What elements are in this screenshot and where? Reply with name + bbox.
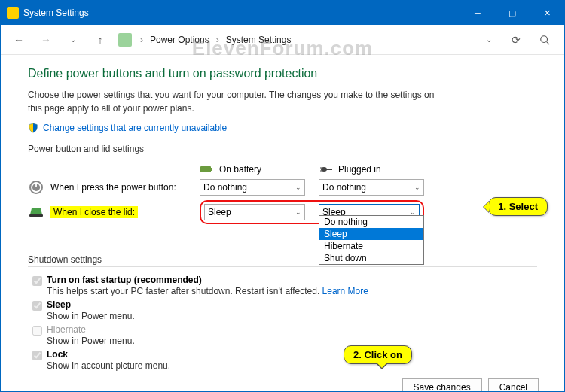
on-battery-header: On battery <box>200 164 305 175</box>
dropdown-option-shut-down[interactable]: Shut down <box>319 252 423 264</box>
plugged-in-label: Plugged in <box>338 164 381 175</box>
power-button-plugged-select[interactable]: Do nothing⌄ <box>319 179 424 196</box>
page-heading: Define power buttons and turn on passwor… <box>28 67 537 81</box>
svg-rect-2 <box>200 166 211 172</box>
chevron-down-icon: ⌄ <box>295 184 301 191</box>
power-button-icon <box>28 179 44 196</box>
laptop-lid-icon <box>28 204 44 220</box>
lock-sub: Show in account picture menu. <box>47 360 170 371</box>
recent-button[interactable]: ⌄ <box>64 31 82 49</box>
cancel-button[interactable]: Cancel <box>488 378 539 392</box>
svg-point-0 <box>541 35 548 42</box>
chevron-right-icon: › <box>138 35 145 45</box>
titlebar: System Settings ─ ▢ ✕ <box>1 1 564 25</box>
power-button-battery-select[interactable]: Do nothing⌄ <box>200 179 305 196</box>
window-title: System Settings <box>23 8 89 18</box>
admin-link-row: Change settings that are currently unava… <box>28 123 537 133</box>
fast-startup-row: Turn on fast startup (recommended) This … <box>32 275 537 296</box>
power-settings-grid: On battery Plugged in When I press the p… <box>28 164 537 224</box>
hibernate-row: HibernateShow in Power menu. <box>32 324 537 346</box>
shutdown-section-label: Shutdown settings <box>28 254 537 265</box>
plug-icon <box>319 164 334 175</box>
sleep-checkbox[interactable] <box>32 301 42 311</box>
on-battery-label: On battery <box>219 164 261 175</box>
footer-buttons: Save changes Cancel <box>1 372 564 392</box>
forward-button[interactable]: → <box>37 31 55 49</box>
dropdown-option-sleep[interactable]: Sleep <box>319 228 423 240</box>
svg-point-4 <box>321 167 327 172</box>
svg-rect-5 <box>326 169 332 170</box>
lock-checkbox[interactable] <box>32 351 42 360</box>
fast-startup-label: Turn on fast startup (recommended) <box>47 275 202 285</box>
sleep-label: Sleep <box>47 299 71 310</box>
hibernate-label: Hibernate <box>47 324 86 335</box>
close-button[interactable]: ✕ <box>530 1 564 25</box>
shield-icon <box>28 123 38 133</box>
sleep-sub: Show in Power menu. <box>47 311 135 321</box>
content-area: Define power buttons and turn on passwor… <box>1 55 564 371</box>
power-button-section-label: Power button and lid settings <box>28 144 537 154</box>
battery-icon <box>200 164 215 175</box>
back-button[interactable]: ← <box>10 31 28 49</box>
minimize-button[interactable]: ─ <box>460 1 495 25</box>
address-bar[interactable]: › Power Options › System Settings <box>118 33 471 47</box>
toolbar: ← → ⌄ ↑ › Power Options › System Setting… <box>1 25 564 55</box>
up-button[interactable]: ↑ <box>91 31 109 49</box>
search-button[interactable] <box>534 29 555 50</box>
change-unavailable-settings-link[interactable]: Change settings that are currently unava… <box>43 123 227 133</box>
plugged-in-header: Plugged in <box>319 164 424 175</box>
svg-line-1 <box>547 41 550 44</box>
chevron-right-icon: › <box>214 35 221 45</box>
breadcrumb-power-options[interactable]: Power Options <box>150 35 209 45</box>
fast-startup-sub: This helps start your PC faster after sh… <box>47 286 322 296</box>
chevron-down-icon: ⌄ <box>295 208 301 216</box>
page-description: Choose the power settings that you want … <box>28 88 450 115</box>
maximize-button[interactable]: ▢ <box>495 1 530 25</box>
search-icon <box>539 35 550 45</box>
svg-rect-11 <box>29 214 43 217</box>
power-button-row: When I press the power button: <box>28 179 186 196</box>
lid-close-row: When I close the lid: <box>28 204 186 220</box>
callout-click-on: 2. Click on <box>344 345 412 364</box>
address-dropdown-button[interactable]: ⌄ <box>480 31 498 49</box>
lid-close-label: When I close the lid: <box>50 206 138 218</box>
power-button-label: When I press the power button: <box>50 182 176 193</box>
dropdown-option-do-nothing[interactable]: Do nothing <box>319 216 423 228</box>
dropdown-option-hibernate[interactable]: Hibernate <box>319 240 423 252</box>
section-divider <box>28 156 537 156</box>
power-options-icon <box>118 33 132 47</box>
chevron-down-icon: ⌄ <box>414 184 420 191</box>
svg-rect-3 <box>211 168 212 171</box>
breadcrumb-system-settings[interactable]: System Settings <box>226 35 292 45</box>
sleep-row: SleepShow in Power menu. <box>32 299 537 321</box>
learn-more-link[interactable]: Learn More <box>322 286 368 296</box>
refresh-button[interactable]: ⟳ <box>507 31 525 49</box>
lock-row: LockShow in account picture menu. <box>32 349 537 371</box>
callout-select: 1. Select <box>488 197 548 216</box>
save-changes-button[interactable]: Save changes <box>402 378 482 392</box>
lid-battery-select[interactable]: Sleep⌄ <box>204 204 305 220</box>
hibernate-checkbox[interactable] <box>32 326 42 336</box>
lock-label: Lock <box>47 349 68 360</box>
fast-startup-checkbox[interactable] <box>32 276 42 286</box>
section-divider <box>28 266 537 267</box>
lid-plugged-dropdown[interactable]: Do nothing Sleep Hibernate Shut down <box>319 215 424 265</box>
hibernate-sub: Show in Power menu. <box>47 336 135 346</box>
app-icon <box>7 7 19 19</box>
